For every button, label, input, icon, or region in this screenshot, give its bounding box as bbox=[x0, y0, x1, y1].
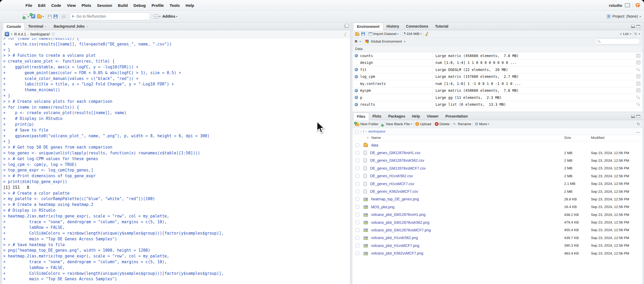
goto-file-input[interactable] bbox=[76, 14, 148, 18]
file-name-link[interactable]: MDS_plot.png bbox=[371, 205, 394, 209]
console-tab[interactable]: Background Jobs × bbox=[50, 23, 92, 30]
environment-object-row[interactable]: my.contrasts num [1:4, 1:6] 1 -1 0 0 1 0… bbox=[352, 80, 642, 87]
new-blank-file-button[interactable]: New Blank File ▾ bbox=[382, 122, 412, 126]
print-button[interactable] bbox=[61, 14, 66, 18]
environment-object-row[interactable]: design num [1:8, 1:4] 1 1 0 0 0 0 0 0 0 … bbox=[352, 59, 642, 67]
menu-item[interactable]: Session bbox=[94, 3, 115, 8]
project-selector[interactable]: R Project: (None) ▾ bbox=[607, 11, 641, 22]
restore-panes-icon[interactable] bbox=[344, 25, 347, 28]
file-name-link[interactable]: volcano_plot_H1vsMCF7.png bbox=[371, 244, 419, 248]
file-name-link[interactable]: DE_genes_GM12878vsK562.csv bbox=[370, 158, 424, 163]
console-tab[interactable]: Terminal × bbox=[25, 23, 50, 30]
view-object-icon[interactable] bbox=[637, 89, 640, 92]
view-object-icon[interactable] bbox=[637, 61, 640, 64]
environment-tab[interactable]: Connections bbox=[403, 23, 432, 30]
view-object-icon[interactable] bbox=[636, 95, 640, 100]
environment-object-row[interactable]: log_cpm Large matrix (157680 elements, 2… bbox=[352, 73, 642, 80]
console-output-area[interactable]: > for (name in names(results)) { + write… bbox=[2, 38, 350, 284]
expand-object-icon[interactable] bbox=[355, 54, 358, 57]
expand-object-icon[interactable] bbox=[355, 103, 358, 106]
environment-tab[interactable]: Environment bbox=[353, 23, 383, 30]
column-header-modified[interactable]: Modified bbox=[591, 136, 604, 140]
environment-search-input[interactable] bbox=[602, 40, 644, 43]
file-name-link[interactable]: DE_genes_H1vsK562.csv bbox=[370, 174, 413, 178]
pane-layout-button[interactable]: ▾ bbox=[154, 14, 160, 18]
view-object-icon[interactable] bbox=[637, 82, 640, 85]
file-name-link[interactable]: volcano_plot_GM12878vsMCF7.png bbox=[371, 228, 431, 232]
expand-object-icon[interactable] bbox=[355, 75, 358, 78]
save-button[interactable] bbox=[48, 14, 52, 18]
r-language-icon[interactable]: R bbox=[5, 32, 9, 36]
file-name-link[interactable]: DE_genes_K562vsMCF7.csv bbox=[370, 189, 418, 194]
file-name-link[interactable]: heatmap_top_DE_genes.png bbox=[371, 197, 419, 201]
working-directory-label[interactable]: /workspace/ bbox=[30, 32, 50, 36]
load-workspace-icon[interactable] bbox=[355, 33, 359, 36]
menu-item[interactable]: Help bbox=[183, 3, 197, 8]
file-checkbox[interactable] bbox=[356, 166, 359, 170]
upload-button[interactable]: Upload bbox=[415, 122, 431, 126]
column-header-name[interactable]: Name bbox=[371, 136, 381, 140]
expand-object-icon[interactable] bbox=[355, 89, 358, 92]
view-object-icon[interactable] bbox=[636, 68, 640, 72]
more-button[interactable]: More ▾ bbox=[475, 122, 489, 126]
file-checkbox[interactable] bbox=[356, 174, 359, 178]
import-dataset-button[interactable]: Import Dataset ▾ bbox=[368, 32, 399, 36]
close-icon[interactable]: × bbox=[86, 24, 88, 28]
sort-ascending-icon[interactable]: ▲ bbox=[367, 136, 369, 139]
environment-tab[interactable]: History bbox=[383, 23, 403, 30]
menu-item[interactable]: View bbox=[64, 3, 79, 8]
menu-item[interactable]: Edit bbox=[35, 3, 48, 8]
file-name-link[interactable]: data bbox=[371, 143, 378, 147]
console-tab[interactable]: Console × bbox=[3, 23, 25, 30]
environment-object-row[interactable]: p Large gg (11 elements, 2.3 MB) bbox=[352, 94, 642, 101]
file-checkbox[interactable] bbox=[356, 251, 359, 255]
menu-item[interactable]: Profile bbox=[149, 3, 167, 8]
file-name-link[interactable]: volcano_plot_K562vsMCF7.png bbox=[371, 251, 423, 255]
save-all-button[interactable] bbox=[54, 14, 58, 18]
file-checkbox[interactable] bbox=[356, 143, 359, 147]
file-checkbox[interactable] bbox=[356, 190, 359, 193]
new-file-button[interactable]: ▾ bbox=[24, 14, 29, 18]
minimize-pane-icon[interactable] bbox=[631, 115, 635, 118]
files-tab[interactable]: Help bbox=[409, 113, 423, 120]
menu-item[interactable]: Code bbox=[48, 3, 64, 8]
menu-item[interactable]: Tools bbox=[167, 3, 183, 8]
files-tab[interactable]: Viewer bbox=[423, 113, 442, 120]
close-icon[interactable]: × bbox=[45, 24, 47, 28]
file-checkbox[interactable] bbox=[356, 221, 359, 224]
files-tab[interactable]: Files bbox=[353, 113, 369, 120]
file-checkbox[interactable] bbox=[356, 205, 359, 209]
file-checkbox[interactable] bbox=[356, 244, 359, 247]
chevron-down-icon[interactable]: ▾ bbox=[11, 33, 12, 36]
environment-selector[interactable]: Global Environment bbox=[371, 39, 402, 43]
menu-item[interactable]: File bbox=[23, 3, 35, 8]
file-checkbox[interactable] bbox=[356, 151, 359, 155]
breadcrumb-folder[interactable]: workspace bbox=[368, 129, 385, 133]
addins-dropdown[interactable]: Addins▾ bbox=[162, 14, 177, 18]
clear-objects-icon[interactable] bbox=[425, 32, 429, 36]
open-file-button[interactable]: ▾ bbox=[37, 14, 44, 18]
file-name-link[interactable]: volcano_plot_H1vsK562.png bbox=[371, 236, 418, 240]
minimize-pane-icon[interactable] bbox=[631, 25, 635, 28]
files-tab[interactable]: Packages bbox=[385, 113, 409, 120]
view-object-icon[interactable] bbox=[636, 102, 640, 106]
view-object-icon[interactable] bbox=[637, 54, 640, 58]
new-folder-button[interactable]: New Folder bbox=[355, 122, 378, 126]
file-checkbox[interactable] bbox=[356, 213, 359, 216]
path-more-button[interactable]: … bbox=[636, 129, 640, 134]
column-header-size[interactable]: Size bbox=[564, 136, 571, 140]
file-name-link[interactable]: volcano_plot_GM12878vsK562.png bbox=[371, 220, 429, 225]
environment-object-row[interactable]: fit Large DGEGLM (22 elements, 20 MB) bbox=[352, 66, 642, 73]
sign-out-icon[interactable] bbox=[625, 3, 630, 7]
file-name-link[interactable]: DE_genes_GM12878vsH1.csv bbox=[370, 151, 420, 155]
refresh-icon[interactable] bbox=[634, 32, 637, 36]
refresh-icon[interactable] bbox=[637, 122, 640, 126]
view-object-icon[interactable] bbox=[637, 75, 640, 78]
maximize-pane-icon[interactable] bbox=[636, 25, 640, 28]
environment-tab[interactable]: Tutorial bbox=[432, 23, 452, 30]
menu-item[interactable]: Plots bbox=[79, 3, 94, 8]
file-checkbox[interactable] bbox=[356, 182, 359, 186]
environment-object-row[interactable]: counts Large matrix (458680 elements, 7.… bbox=[352, 52, 642, 59]
files-tab[interactable]: Plots bbox=[369, 113, 385, 120]
breadcrumb-root[interactable]: / bbox=[363, 129, 364, 133]
